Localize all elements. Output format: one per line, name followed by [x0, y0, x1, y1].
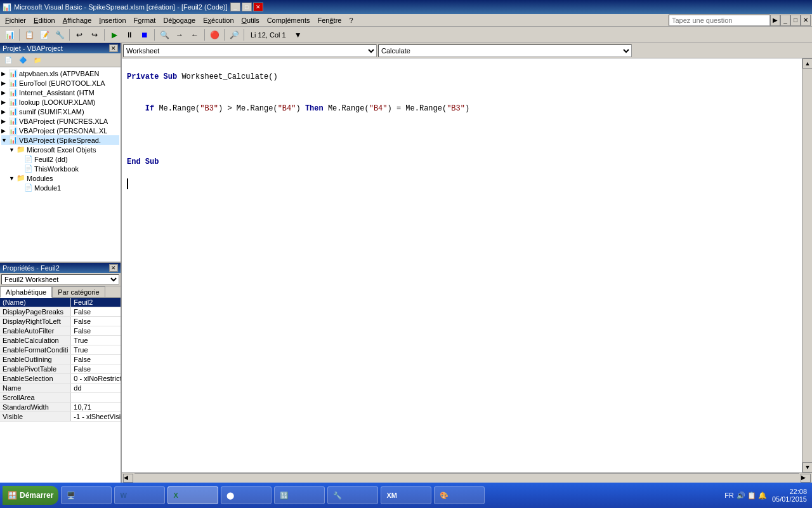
taskbar-item-calc[interactable]: 🔢	[274, 486, 325, 504]
prop-scrollarea-value[interactable]	[71, 393, 121, 403]
menu-format[interactable]: Format	[130, 15, 160, 25]
properties-close-button[interactable]: ✕	[109, 264, 118, 272]
stop-button[interactable]: ⏹	[138, 29, 152, 41]
menu-affichage[interactable]: Affichage	[59, 15, 96, 25]
code-horizontal-scrollbar[interactable]	[134, 473, 799, 483]
breakpoint-button[interactable]: 🔴	[207, 29, 221, 41]
break-button[interactable]: ⏸	[122, 29, 136, 41]
taskbar-item-paint[interactable]: 🎨	[434, 486, 485, 504]
code-editor[interactable]: Private Sub Worksheet_Calculate() If Me.…	[122, 58, 802, 472]
insert-module-button[interactable]: 📝	[37, 29, 51, 41]
scroll-up-button[interactable]: ▲	[802, 58, 812, 69]
split-left-button[interactable]: ◀	[123, 474, 133, 483]
procedure-selector[interactable]: Calculate	[378, 44, 632, 57]
menu-execution[interactable]: Exécution	[199, 15, 237, 25]
undo-button[interactable]: ↩	[72, 29, 86, 41]
prop-row-displayrighttoleft[interactable]: DisplayRightToLeft False	[0, 317, 121, 326]
taskbar-item-desktop[interactable]: 🖥️	[61, 486, 112, 504]
help-dropdown[interactable]: ▼	[291, 29, 305, 41]
menu-complements[interactable]: Compléments	[263, 15, 314, 25]
tree-item-excel-objets[interactable]: ▼📁Microsoft Excel Objets	[1, 145, 119, 154]
taskbar-item-tool[interactable]: 🔧	[327, 486, 378, 504]
tree-item-euro[interactable]: ▶📊EuroTool (EUROTOOL.XLA	[1, 78, 119, 88]
menu-fichier[interactable]: Fichier	[1, 15, 30, 25]
prop-enableselection-value[interactable]: 0 - xlNoRestrictions	[71, 374, 121, 384]
prop-row-displaypagebreaks[interactable]: DisplayPageBreaks False	[0, 307, 121, 317]
insert-userform-button[interactable]: 📋	[22, 29, 36, 41]
prop-enablecalculation-value[interactable]: True	[71, 336, 121, 345]
project-close-button[interactable]: ✕	[109, 44, 118, 52]
tree-item-atp[interactable]: ▶📊atpvbaen.xls (ATPVBAEN	[1, 69, 119, 78]
prop-displaypagebreaks-value[interactable]: False	[71, 307, 121, 317]
prop-row-enableselection[interactable]: EnableSelection 0 - xlNoRestrictions	[0, 374, 121, 384]
toggle-folders-button[interactable]: 📁	[30, 54, 44, 67]
tree-item-module1[interactable]: 📄Module1	[1, 183, 119, 192]
menu-help[interactable]: ?	[345, 15, 357, 25]
prop-row-enablecalculation[interactable]: EnableCalculation True	[0, 336, 121, 345]
prop-row-enableoutlining[interactable]: EnableOutlining False	[0, 355, 121, 364]
taskbar-item-excel[interactable]: X	[167, 486, 218, 504]
prop-enablepivottable-value[interactable]: False	[71, 364, 121, 374]
view-object-button[interactable]: 🔷	[16, 54, 30, 67]
taskbar-item-word[interactable]: W	[114, 486, 165, 504]
question-restore-button[interactable]: □	[790, 15, 801, 26]
minimize-button[interactable]: _	[230, 3, 240, 11]
taskbar-item-chrome[interactable]: ⬤	[221, 486, 272, 504]
start-button[interactable]: 🪟 Démarrer	[3, 486, 58, 505]
tree-item-sumif[interactable]: ▶📊sumif (SUMIF.XLAM)	[1, 107, 119, 116]
question-minimize-button[interactable]: _	[780, 15, 790, 26]
run-button[interactable]: ▶	[107, 29, 121, 41]
tree-item-lookup[interactable]: ▶📊lookup (LOOKUP.XLAM)	[1, 97, 119, 107]
prop-displayrighttoleft-value[interactable]: False	[71, 317, 121, 326]
tree-item-modules[interactable]: ▼📁Modules	[1, 173, 119, 183]
insert-class-button[interactable]: 🔧	[53, 29, 67, 41]
project-tree[interactable]: ▶📊atpvbaen.xls (ATPVBAEN ▶📊EuroTool (EUR…	[0, 67, 121, 262]
tree-item-feuil2[interactable]: 📄Feuil2 (dd)	[1, 154, 119, 164]
code-vertical-scrollbar[interactable]: ▲ ▼	[802, 58, 812, 472]
tab-par-categorie[interactable]: Par catégorie	[52, 286, 105, 297]
menu-outils[interactable]: Outils	[238, 15, 263, 25]
prop-name-value[interactable]: Feuil2	[71, 298, 121, 307]
question-close-button[interactable]: ✕	[801, 15, 811, 26]
question-submit-button[interactable]: ▶	[770, 15, 780, 26]
prop-row-name[interactable]: (Name) Feuil2	[0, 298, 121, 307]
redo-button[interactable]: ↪	[88, 29, 102, 41]
tree-item-spike[interactable]: ▼📊VBAProject (SpikeSpread.	[1, 135, 119, 145]
outdent-button[interactable]: ←	[188, 29, 202, 41]
tree-item-personal[interactable]: ▶📊VBAProject (PERSONAL.XL	[1, 126, 119, 135]
menu-debogage[interactable]: Débogage	[159, 15, 199, 25]
question-input[interactable]	[669, 15, 770, 26]
prop-row-enableautofilter[interactable]: EnableAutoFilter False	[0, 326, 121, 336]
scroll-track[interactable]	[802, 69, 812, 462]
view-excel-button[interactable]: 📊	[3, 29, 16, 41]
prop-row-standardwidth[interactable]: StandardWidth 10,71	[0, 403, 121, 412]
prop-row-enableformatconditi[interactable]: EnableFormatConditi True	[0, 345, 121, 355]
prop-propname-value[interactable]: dd	[71, 384, 121, 393]
tab-alphabetique[interactable]: Alphabétique	[0, 286, 52, 298]
close-button[interactable]: ✕	[253, 3, 263, 11]
prop-enableautofilter-value[interactable]: False	[71, 326, 121, 336]
properties-object-selector[interactable]: Feuil2 Worksheet	[1, 274, 119, 284]
indent-button[interactable]: →	[173, 29, 187, 41]
object-browser-button[interactable]: 🔎	[227, 29, 241, 41]
view-code-button[interactable]: 📄	[1, 54, 15, 67]
scroll-down-button[interactable]: ▼	[802, 462, 812, 472]
prop-row-visible[interactable]: Visible -1 - xlSheetVisible	[0, 412, 121, 422]
tree-item-thiswb[interactable]: 📄ThisWorkbook	[1, 164, 119, 173]
prop-row-scrollarea[interactable]: ScrollArea	[0, 393, 121, 403]
menu-insertion[interactable]: Insertion	[95, 15, 129, 25]
taskbar-item-xm[interactable]: XM	[381, 486, 431, 504]
prop-enableoutlining-value[interactable]: False	[71, 355, 121, 364]
prop-enableformatconditi-value[interactable]: True	[71, 345, 121, 355]
prop-row-propname[interactable]: Name dd	[0, 384, 121, 393]
tree-item-internet[interactable]: ▶📊Internet_Assistant (HTM	[1, 88, 119, 97]
restore-button[interactable]: □	[242, 3, 252, 11]
tree-item-funcres[interactable]: ▶📊VBAProject (FUNCRES.XLA	[1, 116, 119, 126]
find-button[interactable]: 🔍	[157, 29, 171, 41]
prop-row-enablepivottable[interactable]: EnablePivotTable False	[0, 364, 121, 374]
prop-standardwidth-value[interactable]: 10,71	[71, 403, 121, 412]
prop-visible-value[interactable]: -1 - xlSheetVisible	[71, 412, 121, 422]
menu-edition[interactable]: Edition	[30, 15, 59, 25]
split-right-button[interactable]: ▶	[801, 474, 811, 483]
object-selector[interactable]: Worksheet	[123, 44, 377, 57]
